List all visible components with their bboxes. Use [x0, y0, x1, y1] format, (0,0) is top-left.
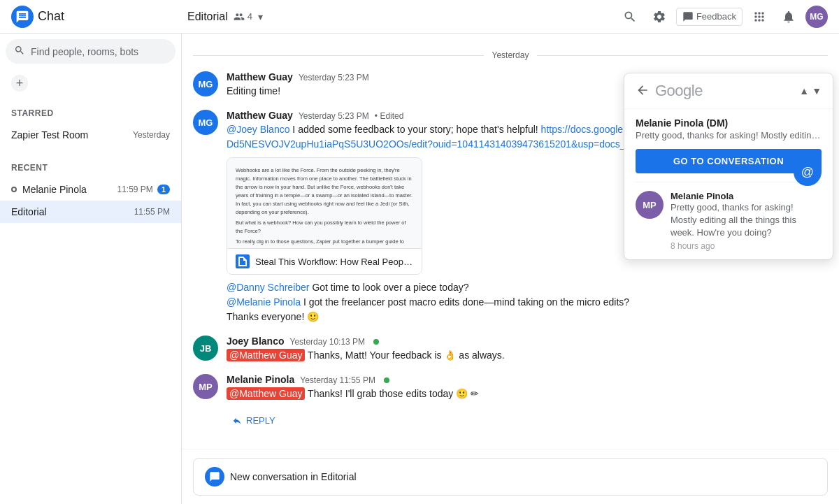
feedback-label: Feedback — [696, 11, 736, 22]
popup-dm-preview: Pretty good, thanks for asking! Mostly e… — [636, 130, 822, 141]
new-conv-icon — [205, 467, 224, 487]
reply-label: REPLY — [246, 415, 275, 426]
chat-logo-icon — [11, 6, 34, 28]
add-button[interactable]: + — [11, 75, 28, 92]
online-indicator-4 — [384, 377, 389, 383]
reply-area: REPLY — [182, 407, 839, 431]
dm-indicator — [11, 187, 17, 192]
apps-button[interactable] — [747, 4, 772, 29]
room-name: Editorial — [187, 10, 228, 23]
popup-header: Google ▲ ▼ — [624, 73, 833, 109]
unread-badge: 1 — [157, 185, 170, 194]
member-count: 4 — [248, 11, 252, 22]
reply-button[interactable]: REPLY — [227, 412, 281, 429]
online-indicator-3 — [373, 339, 379, 345]
sidebar-item-editorial[interactable]: Editorial 11:55 PM — [0, 201, 181, 223]
item-left: Editorial — [11, 206, 47, 217]
search-icon — [14, 45, 25, 58]
msg-time-3: Yesterday 10:13 PM — [289, 337, 365, 347]
item-right: 11:59 PM 1 — [117, 185, 171, 194]
doc-preview-image: Webhooks are a lot like the Force. From … — [227, 158, 422, 249]
doc-preview-footer: Steal This Workflow: How Real People U..… — [227, 249, 422, 274]
item-name: Zapier Test Room — [11, 129, 88, 141]
popup-msg-author: Melanie Pinola — [671, 191, 822, 201]
search-placeholder: Find people, rooms, bots — [31, 46, 138, 57]
chevron-up-icon[interactable]: ▲ — [799, 85, 809, 96]
mention-icon[interactable]: @ — [794, 158, 822, 186]
doc-preview-text: Webhooks are a lot like the Force. From … — [233, 164, 416, 249]
msg-time-1: Yesterday 5:23 PM — [299, 73, 369, 82]
mention-danny: @Danny Schreiber — [227, 282, 310, 293]
msg-avatar-1: MG — [193, 71, 218, 96]
chevron-down-icon[interactable]: ▼ — [812, 85, 822, 96]
google-docs-icon — [236, 254, 250, 268]
msg-avatar-2: MG — [193, 110, 218, 135]
popup-message-preview: MP Melanie Pinola Pretty good, thanks fo… — [624, 182, 833, 259]
new-conv-label: New conversation in Editorial — [230, 471, 357, 482]
msg-text-4: @Matthew Guay Thanks! I'll grab those ed… — [227, 387, 828, 401]
topbar-actions: Feedback MG — [617, 4, 828, 29]
settings-button[interactable] — [647, 4, 672, 29]
feedback-button[interactable]: Feedback — [676, 8, 743, 26]
date-label: Yesterday — [484, 50, 538, 60]
mention-matthew-highlight: @Matthew Guay — [227, 349, 305, 361]
add-icon: + — [16, 76, 24, 91]
popup-dm-section: Melanie Pinola (DM) Pretty good, thanks … — [624, 109, 833, 149]
popup-msg-content: Melanie Pinola Pretty good, thanks for a… — [671, 191, 822, 251]
msg-text-3: @Matthew Guay Thanks, Matt! Your feedbac… — [227, 348, 828, 363]
doc-link[interactable]: https://docs.google.com/do Dd5NESVOJV2up… — [227, 124, 670, 150]
starred-section: Starred Zapier Test Room Yesterday — [0, 97, 181, 152]
item-left: Melanie Pinola — [11, 184, 87, 195]
mention-matthew-highlight-2: @Matthew Guay — [227, 387, 305, 400]
sidebar-item-zapier-test-room[interactable]: Zapier Test Room Yesterday — [0, 124, 181, 146]
separator-line-left — [193, 55, 484, 56]
member-info[interactable]: 4 — [234, 11, 252, 22]
mention-melanie: @Melanie Pinola — [227, 296, 301, 308]
doc-preview[interactable]: Webhooks are a lot like the Force. From … — [227, 157, 422, 275]
message-group-4: MP Melanie Pinola Yesterday 11:55 PM @Ma… — [182, 368, 839, 407]
popup-msg-avatar: MP — [636, 191, 664, 219]
recent-section-header: Recent — [0, 157, 181, 178]
msg-edited-label: • Edited — [375, 111, 404, 121]
msg-time-4: Yesterday 11:55 PM — [300, 375, 375, 385]
dropdown-arrow[interactable]: ▾ — [258, 11, 263, 22]
starred-section-header: Starred — [0, 103, 181, 124]
item-name: Editorial — [11, 206, 47, 217]
chat-footer: New conversation in Editorial — [182, 449, 839, 504]
search-bar[interactable]: Find people, rooms, bots — [6, 39, 175, 64]
new-conversation-button[interactable]: New conversation in Editorial — [193, 458, 828, 496]
msg-author-1: Matthew Guay — [227, 71, 293, 82]
topbar: Chat Editorial 4 ▾ Feedback — [0, 0, 839, 34]
dm-popup: Google ▲ ▼ Melanie Pinola (DM) Pretty go… — [624, 73, 833, 260]
user-avatar[interactable]: MG — [805, 6, 828, 28]
item-right: Yesterday — [133, 130, 170, 140]
msg-avatar-4: MP — [193, 374, 218, 399]
sidebar-item-melanie-pinola[interactable]: Melanie Pinola 11:59 PM 1 — [0, 178, 181, 201]
msg-author-3: Joey Blanco — [227, 336, 284, 347]
item-time: 11:55 PM — [134, 207, 170, 217]
msg-author-2: Matthew Guay — [227, 110, 293, 121]
recent-section: Recent Melanie Pinola 11:59 PM 1 Editori… — [0, 152, 181, 229]
search-button[interactable] — [617, 4, 643, 29]
msg-avatar-3: JB — [193, 336, 218, 361]
popup-msg-text: Pretty good, thanks for asking! Mostly e… — [671, 201, 822, 240]
item-name: Melanie Pinola — [22, 184, 87, 195]
item-time: 11:59 PM — [117, 185, 153, 194]
doc-title: Steal This Workflow: How Real People U..… — [255, 257, 413, 267]
topbar-logo: Chat — [11, 6, 179, 28]
popup-google-label: Google — [655, 82, 703, 100]
sidebar: Find people, rooms, bots + Starred Zapie… — [0, 34, 182, 504]
popup-msg-time: 8 hours ago — [671, 241, 822, 251]
popup-nav: Google — [636, 82, 703, 100]
msg-content-4: Melanie Pinola Yesterday 11:55 PM @Matth… — [227, 374, 828, 401]
popup-dm-title: Melanie Pinola (DM) — [636, 117, 822, 129]
popup-back-button[interactable] — [636, 83, 650, 99]
notifications-button[interactable] — [776, 4, 801, 29]
msg-time-2: Yesterday 5:23 PM — [299, 111, 369, 121]
main-layout: Find people, rooms, bots + Starred Zapie… — [0, 34, 839, 504]
msg-author-4: Melanie Pinola — [227, 374, 294, 385]
item-left: Zapier Test Room — [11, 129, 88, 141]
item-right: 11:55 PM — [134, 207, 170, 217]
item-time: Yesterday — [133, 130, 170, 140]
msg-header-4: Melanie Pinola Yesterday 11:55 PM — [227, 374, 828, 385]
